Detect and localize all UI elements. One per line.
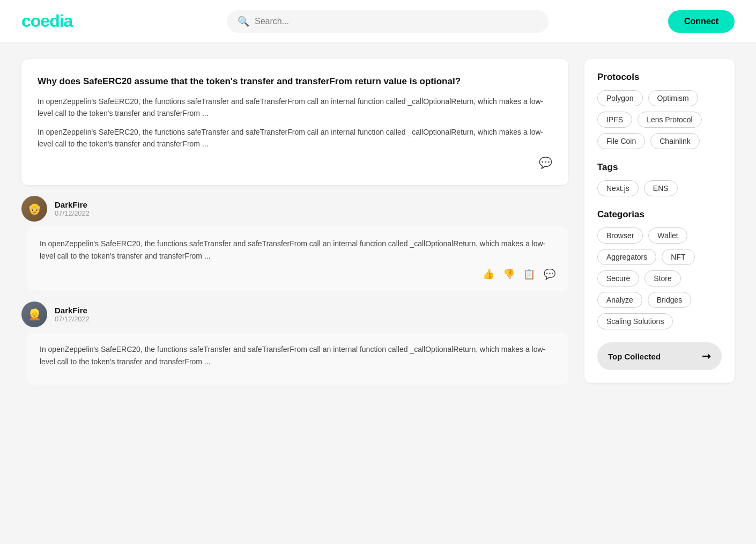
categorias-section: Categorias Browser Wallet Aggregators NF… [597, 209, 722, 329]
connect-button[interactable]: Connect [668, 10, 735, 33]
tags-title: Tags [597, 162, 722, 173]
cat-store[interactable]: Store [644, 270, 680, 286]
protocols-section: Protocols Polygon Optimism IPFS Lens Pro… [597, 72, 722, 149]
cat-analyze[interactable]: Analyze [597, 292, 642, 308]
thumbsup-icon[interactable]: 👍 [483, 268, 494, 280]
author-name-2: DarkFire [55, 306, 90, 315]
main-content: Why does SafeERC20 assume that the token… [0, 43, 756, 401]
protocol-lens[interactable]: Lens Protocol [638, 112, 702, 128]
comment-actions-1: 👍 👎 📋 💬 [40, 268, 555, 280]
search-icon: 🔍 [238, 16, 249, 27]
logo: coedia [21, 11, 107, 31]
comment-text-2: In openZeppelin's SafeERC20, the functio… [40, 343, 555, 367]
author-info-2: DarkFire 07/12/2022 [55, 306, 90, 323]
comment-block-2: 👱 DarkFire 07/12/2022 In openZeppelin's … [21, 302, 568, 385]
cat-nft[interactable]: NFT [662, 249, 694, 265]
sidebar-card: Protocols Polygon Optimism IPFS Lens Pro… [584, 59, 735, 383]
protocols-container: Polygon Optimism IPFS Lens Protocol File… [597, 90, 722, 149]
avatar-1: 👴 [21, 196, 47, 222]
tags-section: Tags Next.js ENS [597, 162, 722, 196]
copy-icon[interactable]: 📋 [523, 268, 535, 280]
search-bar: 🔍 [227, 10, 549, 33]
header: coedia 🔍 Connect [0, 0, 756, 43]
comment-card-1: In openZeppelin's SafeERC20, the functio… [27, 227, 568, 291]
cat-aggregators[interactable]: Aggregators [597, 249, 656, 265]
comment-block-1: 👴 DarkFire 07/12/2022 In openZeppelin's … [21, 196, 568, 291]
tag-nextjs[interactable]: Next.js [597, 180, 639, 196]
protocol-ipfs[interactable]: IPFS [597, 112, 632, 128]
question-card: Why does SafeERC20 assume that the token… [21, 59, 568, 185]
cat-bridges[interactable]: Bridges [648, 292, 691, 308]
posts-column: Why does SafeERC20 assume that the token… [21, 59, 568, 385]
question-title: Why does SafeERC20 assume that the token… [38, 75, 552, 88]
author-info-1: DarkFire 07/12/2022 [55, 200, 90, 217]
protocol-optimism[interactable]: Optimism [648, 90, 698, 106]
cat-secure[interactable]: Secure [597, 270, 639, 286]
thumbsdown-icon[interactable]: 👎 [503, 268, 515, 280]
sidebar: Protocols Polygon Optimism IPFS Lens Pro… [584, 59, 735, 385]
author-date-2: 07/12/2022 [55, 315, 90, 323]
tags-container: Next.js ENS [597, 180, 722, 196]
top-collected-section: Top Collected ➞ [597, 342, 722, 370]
tag-ens[interactable]: ENS [644, 180, 678, 196]
protocol-chainlink[interactable]: Chainlink [650, 133, 700, 149]
comment-icon[interactable]: 💬 [539, 156, 552, 169]
comment-card-2: In openZeppelin's SafeERC20, the functio… [27, 333, 568, 385]
search-input[interactable] [255, 17, 538, 26]
cat-wallet[interactable]: Wallet [648, 227, 687, 244]
cat-scaling-solutions[interactable]: Scaling Solutions [597, 313, 673, 329]
comment-author-row-1: 👴 DarkFire 07/12/2022 [21, 196, 568, 222]
question-body-1: In openZeppelin's SafeERC20, the functio… [38, 95, 552, 120]
comment-reply-icon[interactable]: 💬 [544, 268, 555, 280]
top-collected-button[interactable]: Top Collected ➞ [597, 342, 722, 370]
comment-text-1: In openZeppelin's SafeERC20, the functio… [40, 238, 555, 262]
comment-author-row-2: 👱 DarkFire 07/12/2022 [21, 302, 568, 327]
cat-browser[interactable]: Browser [597, 227, 643, 244]
question-footer: 💬 [38, 156, 552, 169]
author-name-1: DarkFire [55, 200, 90, 209]
protocols-title: Protocols [597, 72, 722, 83]
categorias-title: Categorias [597, 209, 722, 220]
protocol-filecoin[interactable]: File Coin [597, 133, 645, 149]
arrow-right-icon: ➞ [702, 350, 711, 363]
author-date-1: 07/12/2022 [55, 209, 90, 217]
protocol-polygon[interactable]: Polygon [597, 90, 643, 106]
categorias-container: Browser Wallet Aggregators NFT Secure St… [597, 227, 722, 329]
question-body-2: In openZeppelin's SafeERC20, the functio… [38, 126, 552, 150]
top-collected-label: Top Collected [608, 352, 661, 361]
avatar-2: 👱 [21, 302, 47, 327]
